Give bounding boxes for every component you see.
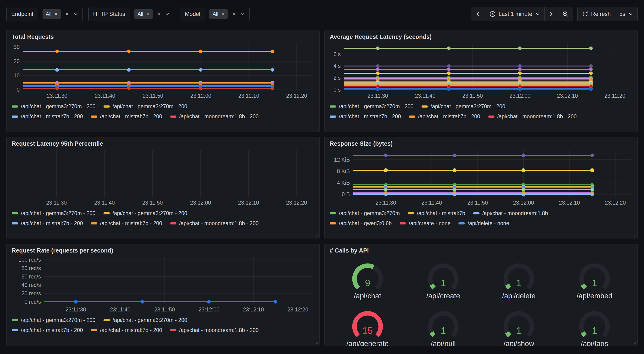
legend-label: /api/chat - mistral:7b - 200: [339, 113, 401, 120]
panel-resize-handle[interactable]: [314, 127, 318, 131]
svg-text:23:12:00: 23:12:00: [198, 306, 220, 313]
chart-canvas: 23:11:3023:11:4023:11:5023:12:0023:12:10…: [12, 150, 314, 207]
svg-text:23:11:30: 23:11:30: [368, 93, 388, 99]
panel-resize-handle[interactable]: [632, 127, 636, 131]
legend-item[interactable]: /api/chat - mistral:7b - 200: [91, 220, 162, 227]
response-size-chart[interactable]: 23:11:3023:11:4023:11:5023:12:0023:12:10…: [330, 150, 632, 207]
svg-text:23:11:50: 23:11:50: [467, 200, 488, 206]
svg-text:23:12:00: 23:12:00: [190, 200, 211, 206]
panel-resize-handle[interactable]: [314, 341, 318, 344]
filter-endpoint-value[interactable]: All × ×: [38, 7, 82, 21]
svg-text:10: 10: [14, 73, 20, 79]
legend-item[interactable]: /api/create - none: [400, 220, 450, 227]
filter-http-status-value[interactable]: All × ×: [130, 7, 174, 21]
refresh-interval-picker[interactable]: 5s: [615, 7, 638, 21]
data-point: [384, 193, 388, 196]
legend-item[interactable]: /api/chat - gemma3:270m - 200: [104, 103, 188, 110]
gauge-value: 1: [441, 278, 446, 288]
filter-http-status-label: HTTP Status: [88, 7, 130, 21]
legend-color-chip: [12, 212, 18, 214]
legend-item[interactable]: /api/chat - gemma3:270m - 200: [330, 103, 414, 110]
filter-model-chip[interactable]: All ×: [209, 9, 228, 19]
panel-resize-handle[interactable]: [632, 341, 636, 344]
chip-remove-icon[interactable]: ×: [146, 11, 149, 17]
data-point: [589, 47, 592, 50]
refresh-button[interactable]: Refresh: [578, 7, 615, 21]
latency-p95-chart[interactable]: 23:11:3023:11:4023:11:5023:12:0023:12:10…: [12, 150, 314, 207]
svg-text:23:12:10: 23:12:10: [238, 93, 260, 99]
gauge-canvas: 1: [498, 308, 539, 339]
data-point: [518, 71, 522, 75]
average-latency-chart[interactable]: 23:11:3023:11:4023:11:5023:12:0023:12:10…: [330, 44, 632, 100]
legend-item[interactable]: /api/chat - mistral:7b - 200: [12, 220, 83, 227]
legend-item[interactable]: /api/chat - mistral:7b - 200: [330, 113, 401, 120]
refresh-label: Refresh: [591, 11, 611, 17]
legend-label: /api/chat - mistral:7b - 200: [418, 113, 480, 120]
time-range-picker[interactable]: Last 1 minute: [485, 7, 545, 21]
legend-item[interactable]: /api/chat - gemma3:270m - 200: [12, 210, 96, 216]
panel-title: Request Latency 95th Percentile: [12, 140, 314, 147]
legend-item[interactable]: /api/delete - none: [458, 220, 509, 227]
legend-item[interactable]: /api/chat - moondream:1.8b - 200: [170, 327, 259, 333]
gauge-api-chat: 9/api/chat: [330, 260, 406, 303]
filter-endpoint-chip[interactable]: All ×: [42, 9, 61, 19]
data-point: [518, 47, 522, 50]
chevron-down-icon[interactable]: [165, 12, 170, 17]
zoom-out-button[interactable]: [558, 7, 573, 21]
legend-item[interactable]: /api/chat - mistral:7b: [408, 210, 465, 216]
panel-resize-handle[interactable]: [632, 234, 636, 238]
chevron-down-icon[interactable]: [73, 12, 78, 17]
svg-text:23:12:10: 23:12:10: [243, 306, 264, 313]
chevron-down-icon[interactable]: [240, 12, 245, 17]
data-point: [522, 193, 525, 196]
legend-label: /api/chat - moondream:1.8b - 200: [179, 327, 259, 333]
legend-item[interactable]: /api/chat - mistral:7b - 200: [12, 113, 83, 120]
filter-http-status-chip[interactable]: All ×: [134, 9, 152, 19]
filter-clear-icon[interactable]: ×: [65, 11, 69, 17]
filter-clear-icon[interactable]: ×: [232, 11, 236, 17]
data-point: [271, 50, 274, 53]
chevron-right-icon: [549, 11, 554, 17]
legend-label: /api/chat - mistral:7b - 200: [21, 220, 83, 227]
panel-resize-handle[interactable]: [314, 234, 318, 238]
gauge-label: /api/delete: [502, 292, 536, 300]
data-point: [447, 47, 450, 50]
legend-item[interactable]: /api/chat - moondream:1.8b - 200: [488, 113, 577, 120]
legend-item[interactable]: /api/chat - gemma3:270m - 200: [104, 317, 188, 323]
filter-endpoint: Endpoint All × ×: [6, 7, 83, 21]
gauge-api-show: 1/api/show: [481, 308, 557, 346]
legend-item[interactable]: /api/chat - gemma3:270m - 200: [422, 103, 506, 110]
legend-item[interactable]: /api/chat - moondream:1.8b - 200: [170, 113, 259, 120]
legend-item[interactable]: /api/chat - mistral:7b - 200: [91, 113, 162, 120]
svg-text:23:11:30: 23:11:30: [376, 200, 396, 206]
time-shift-forward-button[interactable]: [545, 7, 558, 21]
legend-item[interactable]: /api/chat - moondream:1.8b - 200: [170, 220, 259, 227]
legend-item[interactable]: /api/chat - gemma3:270m - 200: [104, 210, 188, 216]
filter-model-value[interactable]: All × ×: [205, 7, 249, 21]
chip-remove-icon[interactable]: ×: [54, 11, 58, 17]
data-point: [453, 188, 456, 191]
legend-item[interactable]: /api/chat - mistral:7b - 200: [12, 327, 83, 333]
legend-item[interactable]: /api/chat - moondream:1.8b: [473, 210, 548, 216]
legend-item[interactable]: /api/chat - qwen3:0.6b: [330, 220, 392, 227]
svg-text:23:12:10: 23:12:10: [557, 93, 578, 99]
total-requests-chart[interactable]: 23:11:3023:11:4023:11:5023:12:0023:12:10…: [12, 44, 314, 100]
gauge-canvas: 9: [347, 260, 388, 291]
svg-text:23:12:00: 23:12:00: [510, 93, 531, 99]
chart-legend: /api/chat - gemma3:270m - 200/api/chat -…: [12, 210, 314, 227]
legend-item[interactable]: /api/chat - gemma3:270m - 200: [12, 317, 96, 323]
legend-item[interactable]: /api/chat - gemma3:270m: [330, 210, 400, 216]
request-rate-chart[interactable]: 23:11:3023:11:4023:11:5023:12:0023:12:10…: [12, 257, 314, 314]
gauge-canvas: 1: [574, 260, 615, 291]
filter-http-status: HTTP Status All × ×: [88, 7, 174, 21]
zoom-out-icon: [562, 11, 569, 17]
svg-text:4 s: 4 s: [334, 63, 341, 69]
legend-item[interactable]: /api/chat - gemma3:270m - 200: [12, 103, 96, 110]
legend-item[interactable]: /api/chat - mistral:7b - 200: [91, 327, 162, 333]
data-point: [590, 193, 594, 196]
time-shift-back-button[interactable]: [472, 7, 485, 21]
chip-remove-icon[interactable]: ×: [221, 11, 224, 17]
filter-clear-icon[interactable]: ×: [157, 11, 160, 17]
svg-text:0 B: 0 B: [342, 191, 350, 197]
legend-item[interactable]: /api/chat - mistral:7b - 200: [409, 113, 480, 120]
